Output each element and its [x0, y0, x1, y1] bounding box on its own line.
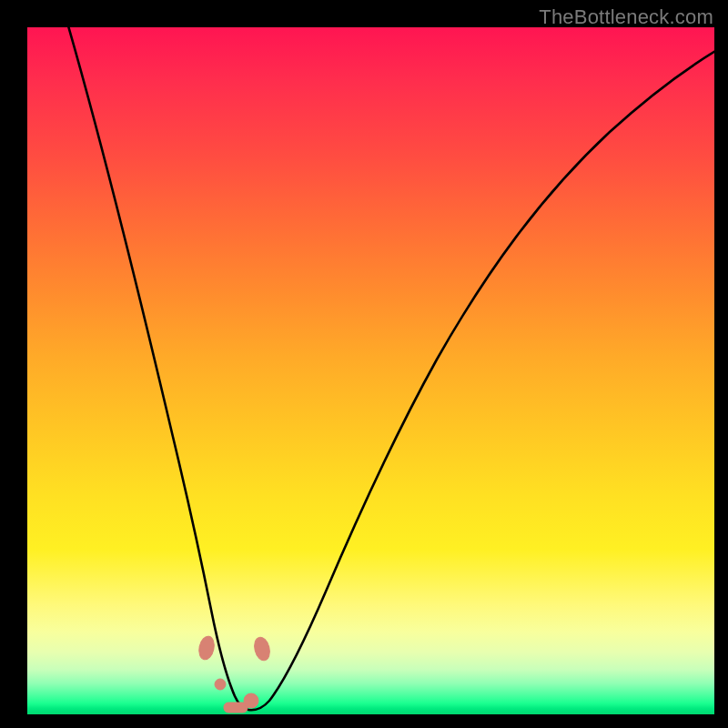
curve-marker-mid-left	[215, 679, 226, 690]
curve-marker-bottom-pill	[224, 703, 248, 713]
curve-marker-mid-right	[244, 693, 258, 708]
bottleneck-curve-svg	[27, 27, 714, 714]
watermark-text: TheBottleneck.com	[539, 5, 713, 29]
curve-marker-right	[252, 635, 272, 662]
chart-area	[27, 27, 714, 714]
bottleneck-curve-path	[67, 27, 714, 710]
curve-marker-left	[197, 635, 216, 662]
